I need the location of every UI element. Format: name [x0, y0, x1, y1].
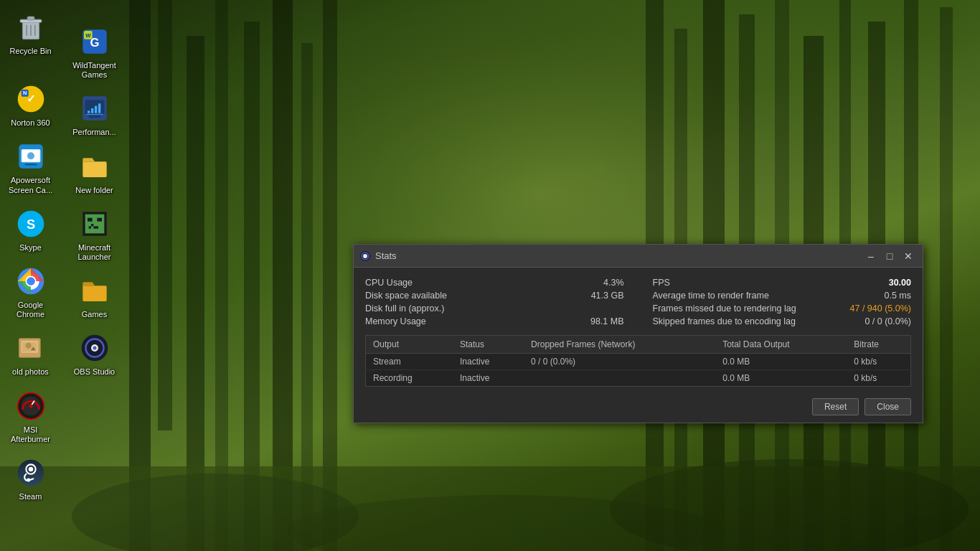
stream-output: Stream — [366, 354, 453, 370]
old-photos-icon — [14, 331, 48, 365]
col-total: Total Data Output — [715, 336, 847, 354]
svg-rect-66 — [91, 108, 93, 113]
svg-rect-75 — [91, 224, 93, 226]
stream-bitrate: 0 kb/s — [847, 354, 910, 370]
frames-skipped-row: Skipped frames due to encoding lag 0 / 0… — [653, 315, 912, 328]
svg-rect-17 — [940, 7, 953, 551]
desktop-icon-performance[interactable]: Performan... — [67, 88, 121, 140]
frames-missed-value: 47 / 940 (5.0%) — [850, 303, 911, 314]
svg-rect-72 — [85, 214, 104, 233]
output-table-header: Output Status Dropped Frames (Network) T… — [366, 336, 911, 354]
cpu-usage-label: CPU Usage — [365, 278, 413, 288]
svg-rect-73 — [88, 217, 93, 221]
stream-total: 0.0 MB — [715, 354, 847, 370]
render-time-row: Average time to render frame 0.5 ms — [653, 289, 912, 302]
desktop-icon-skype[interactable]: S Skype — [4, 204, 57, 255]
output-table: Output Status Dropped Frames (Network) T… — [365, 335, 911, 387]
svg-rect-25 — [27, 17, 34, 20]
recording-output: Recording — [366, 370, 453, 387]
minimize-button[interactable]: – — [862, 248, 880, 265]
desktop-icon-steam[interactable]: Steam — [4, 453, 57, 504]
desktop-icon-new-folder[interactable]: New folder — [67, 146, 121, 198]
svg-rect-3 — [215, 0, 228, 551]
svg-rect-6 — [301, 43, 313, 551]
svg-point-22 — [610, 459, 969, 551]
close-window-button[interactable]: ✕ — [900, 248, 917, 265]
svg-rect-5 — [273, 0, 293, 551]
obs-label: OBS Studio — [74, 367, 115, 377]
maximize-button[interactable]: □ — [881, 248, 898, 265]
desktop-icon-wildtangent[interactable]: G W WildTangent Games — [67, 22, 121, 83]
frames-skipped-label: Skipped frames due to encoding lag — [653, 316, 796, 326]
memory-usage-row: Memory Usage 98.1 MB — [365, 315, 624, 328]
svg-point-49 — [25, 343, 31, 349]
desktop-icons-container: Recycle Bin ✓ N Norton 360 — [4, 7, 126, 531]
svg-point-54 — [29, 404, 32, 408]
svg-rect-74 — [97, 217, 102, 221]
chrome-icon — [14, 264, 48, 298]
obs-content: CPU Usage 4.3% Disk space available 41.3… — [354, 268, 923, 392]
desktop-icon-norton-360[interactable]: ✓ N Norton 360 — [4, 79, 57, 131]
obs-titlebar[interactable]: Stats – □ ✕ — [354, 245, 923, 268]
stream-dropped: 0 / 0 (0.0%) — [524, 354, 715, 370]
desktop-icon-msi-afterburner[interactable]: MSI Afterburner — [4, 386, 57, 447]
desktop: Recycle Bin ✓ N Norton 360 — [0, 0, 980, 551]
obs-title-icon — [359, 250, 371, 262]
svg-rect-65 — [88, 111, 90, 113]
obs-footer: Reset Close — [354, 392, 923, 423]
steam-label: Steam — [19, 492, 42, 501]
old-photos-label: old photos — [12, 367, 49, 377]
cpu-usage-row: CPU Usage 4.3% — [365, 276, 624, 289]
stats-right-col: FPS 30.00 Average time to render frame 0… — [653, 276, 912, 328]
col-output: Output — [366, 336, 453, 354]
recycle-bin-label: Recycle Bin — [9, 47, 51, 56]
desktop-icon-apowersoft[interactable]: Apowersoft Screen Ca... — [4, 136, 57, 197]
norton-icon: ✓ N — [14, 82, 48, 116]
memory-usage-value: 98.1 MB — [590, 316, 624, 326]
desktop-icon-recycle-bin[interactable]: Recycle Bin — [4, 7, 57, 59]
svg-rect-4 — [244, 22, 260, 551]
frames-missed-row: Frames missed due to rendering lag 47 / … — [653, 302, 912, 315]
svg-point-21 — [287, 495, 717, 551]
disk-space-value: 41.3 GB — [591, 291, 624, 301]
desktop-icon-obs-studio[interactable]: OBS Studio — [67, 328, 121, 380]
svg-rect-2 — [187, 36, 204, 551]
svg-rect-38 — [24, 164, 37, 166]
recording-bitrate: 0 kb/s — [847, 370, 910, 387]
wildtangent-icon: G W — [77, 24, 112, 59]
svg-rect-67 — [95, 106, 97, 113]
svg-rect-77 — [88, 226, 90, 228]
obs-icon — [77, 331, 112, 365]
svg-point-85 — [363, 254, 367, 258]
reset-button[interactable]: Reset — [812, 398, 859, 415]
wildtangent-label: WildTangent Games — [70, 61, 118, 80]
output-table-body: Stream Inactive 0 / 0 (0.0%) 0.0 MB 0 kb… — [366, 354, 911, 387]
fps-row: FPS 30.00 — [653, 276, 912, 289]
skype-icon: S — [14, 207, 48, 241]
norton-label: Norton 360 — [11, 118, 50, 128]
games-icon — [77, 273, 112, 308]
fps-value: 30.00 — [889, 278, 911, 288]
games-label: Games — [82, 310, 107, 319]
performance-icon — [77, 91, 112, 126]
desktop-icon-old-photos[interactable]: old photos — [4, 328, 57, 380]
chrome-label: Google Chrome — [6, 301, 55, 319]
svg-rect-76 — [93, 226, 98, 228]
desktop-icon-google-chrome[interactable]: Google Chrome — [4, 261, 57, 322]
cpu-usage-value: 4.3% — [603, 278, 624, 288]
svg-point-58 — [27, 478, 30, 481]
desktop-icon-games[interactable]: Games — [67, 270, 121, 322]
render-time-value: 0.5 ms — [884, 291, 911, 301]
performance-label: Performan... — [72, 128, 116, 137]
recycle-bin-icon — [14, 10, 48, 44]
recording-status: Inactive — [453, 370, 524, 387]
recording-dropped — [524, 370, 715, 387]
desktop-icon-minecraft[interactable]: Minecraft Launcher — [67, 204, 121, 265]
svg-rect-7 — [323, 0, 337, 551]
stats-grid: CPU Usage 4.3% Disk space available 41.3… — [365, 276, 911, 328]
disk-space-label: Disk space available — [365, 291, 447, 301]
msi-icon — [14, 389, 48, 423]
svg-rect-68 — [98, 104, 100, 113]
close-button[interactable]: Close — [864, 398, 911, 415]
new-folder-icon — [77, 149, 112, 184]
